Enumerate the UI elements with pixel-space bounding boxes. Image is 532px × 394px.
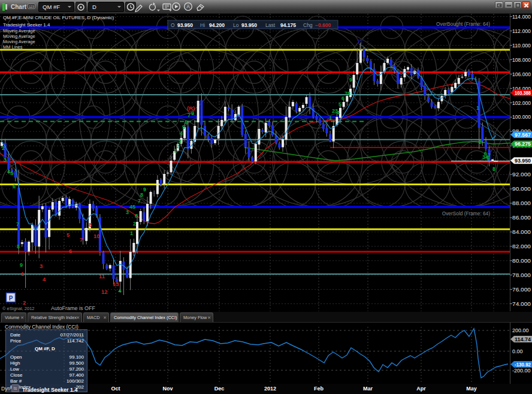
svg-text:88.000: 88.000 <box>512 200 531 206</box>
svg-text:86.000: 86.000 <box>512 215 531 221</box>
svg-text:9: 9 <box>20 262 23 268</box>
svg-text:2: 2 <box>479 139 482 145</box>
svg-text:QM #F,E-MINI CRUDE OIL FUTURES: QM #F,E-MINI CRUDE OIL FUTURES, D (Dynam… <box>3 15 114 20</box>
svg-text:103.388: 103.388 <box>515 90 531 96</box>
svg-text:Tradesight Seeker 1.4: Tradesight Seeker 1.4 <box>3 22 50 28</box>
svg-text:0.00: 0.00 <box>512 348 523 354</box>
svg-text:110.000: 110.000 <box>512 43 531 49</box>
svg-text:96.275: 96.275 <box>515 141 531 147</box>
svg-text:(R): (R) <box>187 105 195 112</box>
svg-text:90.000: 90.000 <box>512 186 531 192</box>
svg-text:6: 6 <box>69 248 72 254</box>
svg-text:5: 5 <box>10 170 13 176</box>
svg-text:93.950: 93.950 <box>177 22 193 28</box>
svg-text:8: 8 <box>17 243 20 249</box>
svg-text:76.000: 76.000 <box>512 287 531 293</box>
svg-text:84.000: 84.000 <box>512 229 531 235</box>
svg-text:9: 9 <box>349 77 352 83</box>
svg-text:100.000: 100.000 <box>512 114 531 120</box>
svg-text:Last: Last <box>265 22 276 28</box>
svg-text:7: 7 <box>488 152 491 158</box>
svg-text:O: O <box>171 22 175 28</box>
svg-text:114.74: 114.74 <box>515 336 531 342</box>
svg-text:9: 9 <box>143 187 146 193</box>
svg-text:13: 13 <box>113 281 119 287</box>
svg-text:8: 8 <box>89 221 92 228</box>
svg-text:6: 6 <box>185 119 188 125</box>
svg-text:78: 78 <box>344 91 350 97</box>
svg-text:11: 11 <box>99 273 105 279</box>
svg-text:93.950: 93.950 <box>515 158 531 164</box>
svg-text:2: 2 <box>133 221 136 227</box>
svg-text:3: 3 <box>40 263 43 269</box>
svg-text:94.175: 94.175 <box>280 22 296 28</box>
svg-text:7: 7 <box>138 198 141 204</box>
svg-text:7: 7 <box>16 221 19 227</box>
svg-text:8: 8 <box>492 166 495 172</box>
svg-text:Hi: Hi <box>200 22 205 28</box>
svg-text:1: 1 <box>130 230 133 236</box>
svg-text:3: 3 <box>179 139 182 145</box>
svg-text:−0.600: −0.600 <box>315 22 331 28</box>
svg-text:2: 2 <box>23 299 26 306</box>
svg-text:MM Lines: MM Lines <box>3 44 23 50</box>
svg-text:12: 12 <box>101 288 108 295</box>
svg-text:7: 7 <box>80 236 83 243</box>
svg-text:Moving Average: Moving Average <box>3 39 35 44</box>
svg-text:-130.92: -130.92 <box>515 362 531 368</box>
svg-text:10: 10 <box>93 233 100 239</box>
svg-text:112.000: 112.000 <box>512 28 531 34</box>
svg-text:H: H <box>358 38 362 45</box>
svg-text:Lo: Lo <box>233 22 239 28</box>
svg-text:7: 7 <box>188 112 191 118</box>
svg-text:Chg: Chg <box>303 22 313 28</box>
svg-text:P: P <box>9 295 13 302</box>
svg-text:5: 5 <box>66 231 70 238</box>
svg-text:93.950: 93.950 <box>241 22 257 28</box>
svg-text:8: 8 <box>140 192 143 198</box>
svg-text:4: 4 <box>337 110 340 116</box>
svg-text:4: 4 <box>43 276 46 282</box>
svg-text:2: 2 <box>2 145 5 151</box>
svg-text:78.000: 78.000 <box>512 272 531 278</box>
svg-text:114.000: 114.000 <box>512 14 531 20</box>
svg-text:92.000: 92.000 <box>512 172 531 178</box>
svg-text:© eSignal, 2012: © eSignal, 2012 <box>2 306 34 311</box>
svg-text:102.000: 102.000 <box>512 100 531 106</box>
svg-text:94.200: 94.200 <box>209 22 225 28</box>
svg-text:80.000: 80.000 <box>512 258 531 264</box>
svg-text:6: 6 <box>13 184 16 190</box>
svg-text:106.000: 106.000 <box>512 71 531 77</box>
svg-text:5: 5 <box>338 101 341 107</box>
svg-text:6: 6 <box>135 213 138 219</box>
svg-text:1: 1 <box>329 115 332 121</box>
svg-text:3: 3 <box>4 157 7 163</box>
svg-text:Moving Average: Moving Average <box>3 28 35 34</box>
svg-text:82.000: 82.000 <box>512 243 531 249</box>
svg-text:OverSold (Frame: 64): OverSold (Frame: 64) <box>442 210 490 216</box>
svg-text:45: 45 <box>129 204 135 210</box>
svg-text:97.567: 97.567 <box>515 132 531 138</box>
svg-text:200.00: 200.00 <box>512 327 529 333</box>
svg-text:-200.00: -200.00 <box>512 368 531 374</box>
svg-text:4: 4 <box>180 130 183 136</box>
svg-text:3: 3 <box>126 209 129 215</box>
svg-text:108.000: 108.000 <box>512 57 531 63</box>
svg-text:1: 1 <box>21 270 25 277</box>
svg-text:Moving Average: Moving Average <box>3 34 35 39</box>
svg-text:74.000: 74.000 <box>512 301 531 307</box>
svg-text:A: A <box>186 4 190 10</box>
svg-text:1: 1 <box>476 105 479 111</box>
svg-text:OverBought (Frame: 64): OverBought (Frame: 64) <box>436 21 490 27</box>
svg-text:AutoFrame is OFF: AutoFrame is OFF <box>51 305 96 311</box>
svg-text:6: 6 <box>484 151 487 157</box>
